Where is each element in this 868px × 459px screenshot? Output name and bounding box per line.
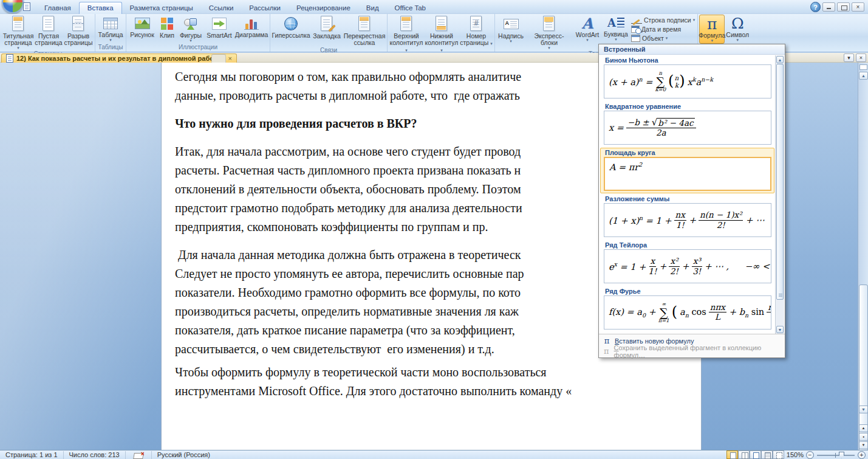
document-tab[interactable]: 12) Как показать расчеты и их результат … bbox=[1, 53, 237, 63]
cover-page-button[interactable]: Титульная страница▾ bbox=[2, 15, 34, 50]
chart-button[interactable]: Диаграмма bbox=[234, 15, 268, 39]
quick-parts-button[interactable]: Экспресс-блоки▾ bbox=[525, 15, 573, 50]
zoom-level[interactable]: 150% bbox=[787, 451, 804, 458]
language-indicator[interactable]: Русский (Россия) bbox=[152, 451, 216, 459]
footer-button[interactable]: Нижний колонтитул ▾ bbox=[424, 15, 459, 54]
gallery-item-sum-expansion[interactable]: Разложение суммы (1 + x)n = 1 + nx1! + n… bbox=[600, 194, 774, 240]
equation-button[interactable]: π Формула▾ bbox=[699, 15, 725, 44]
ribbon-group-pages: Титульная страница▾ Пустая страница Разр… bbox=[1, 14, 95, 52]
button-label: Экспресс-блоки bbox=[535, 32, 564, 46]
table-icon bbox=[103, 18, 118, 29]
status-bar: Страница: 1 из 1 Число слов: 213 × Русск… bbox=[0, 450, 868, 459]
button-label: Дата и время bbox=[641, 26, 681, 33]
select-browse-object-button[interactable]: ● bbox=[859, 433, 868, 441]
drop-cap-button[interactable]: A Буквица▾ bbox=[602, 15, 630, 42]
gallery-item-label: Бином Ньютона bbox=[601, 56, 774, 64]
gallery-scrollbar-thumb[interactable] bbox=[776, 64, 784, 300]
gallery-item-taylor-series[interactable]: Ряд Тейлора ex = 1 + x1! + x²2! + x³3! +… bbox=[600, 240, 774, 286]
page-break-button[interactable]: Разрыв страницы bbox=[63, 15, 94, 47]
tab-insert[interactable]: Вставка bbox=[79, 2, 122, 14]
previous-page-button[interactable]: ▲ bbox=[859, 424, 868, 432]
gallery-item-circle-area[interactable]: Площадь круга A = πr2 bbox=[600, 148, 774, 193]
picture-button[interactable]: Рисунок bbox=[128, 15, 157, 39]
tab-bar-close-button[interactable]: × bbox=[856, 53, 866, 62]
button-label: Пустая страница bbox=[35, 32, 62, 46]
next-page-button[interactable]: ▼ bbox=[859, 441, 868, 449]
draft-view-button[interactable] bbox=[773, 450, 784, 459]
zoom-slider-thumb[interactable] bbox=[839, 452, 844, 458]
hyperlink-icon bbox=[284, 17, 298, 30]
minimize-button[interactable] bbox=[822, 2, 835, 12]
vertical-scrollbar[interactable]: ▲ ▼ ▲ ● ▼ bbox=[858, 63, 868, 450]
shapes-button[interactable]: Фигуры▾ bbox=[177, 15, 204, 43]
zoom-slider: − + bbox=[806, 451, 866, 459]
page-number-icon: # bbox=[468, 15, 484, 33]
web-layout-view-button[interactable] bbox=[750, 450, 761, 459]
gallery-item-newton-binomial[interactable]: Бином Ньютона (x + a)n = n∑k=0 (nk) xkan… bbox=[600, 55, 774, 101]
office-button[interactable] bbox=[2, 0, 24, 13]
letter-a-glyph: A bbox=[607, 18, 616, 29]
ruler-toggle-button[interactable] bbox=[859, 64, 867, 70]
restore-button[interactable] bbox=[837, 2, 850, 12]
header-button[interactable]: Верхний колонтитул ▾ bbox=[389, 15, 424, 54]
object-button[interactable]: Объект ▾ bbox=[630, 34, 696, 43]
document-icon[interactable] bbox=[23, 2, 30, 11]
close-button[interactable]: × bbox=[852, 2, 864, 12]
cross-reference-icon bbox=[357, 15, 372, 33]
tab-close-icon[interactable]: × bbox=[228, 55, 231, 62]
tab-office-tab[interactable]: Office Tab bbox=[387, 2, 434, 14]
gallery-scrollbar[interactable]: ▲ ▼ bbox=[775, 55, 784, 334]
button-label: Закладка bbox=[313, 32, 341, 40]
scroll-up-button[interactable]: ▲ bbox=[859, 72, 868, 80]
scroll-down-button[interactable]: ▼ bbox=[859, 406, 868, 413]
gallery-item-fourier-series[interactable]: Ряд Фурье f(x) = a0 + ∞∑n=1 ( an cos nπx… bbox=[600, 286, 774, 332]
wordart-icon: A bbox=[582, 15, 593, 32]
tab-list-dropdown-button[interactable]: ▾ bbox=[844, 53, 854, 62]
print-layout-view-button[interactable] bbox=[726, 450, 738, 459]
signature-line-button[interactable]: Строка подписи ▾ bbox=[630, 16, 696, 24]
cross-reference-button[interactable]: Перекрестная ссылка bbox=[343, 15, 386, 47]
tab-page-layout[interactable]: Разметка страницы bbox=[122, 2, 201, 14]
tab-review[interactable]: Рецензирование bbox=[289, 2, 358, 14]
document-line[interactable]: Чтобы оформить формулу в теоретической ч… bbox=[175, 363, 689, 382]
tab-mailings[interactable]: Рассылки bbox=[241, 2, 289, 14]
page-indicator[interactable]: Страница: 1 из 1 bbox=[0, 451, 64, 459]
tab-view[interactable]: Вид bbox=[358, 2, 387, 14]
gallery-item-quadratic[interactable]: Квадратное уравнение x = −b ± √b² − 4ac … bbox=[600, 102, 774, 147]
symbol-button[interactable]: Ω Символ▾ bbox=[725, 15, 750, 43]
bookmark-button[interactable]: Закладка bbox=[310, 15, 343, 40]
date-time-button[interactable]: Дата и время bbox=[630, 25, 696, 33]
tab-references[interactable]: Ссылки bbox=[201, 2, 242, 14]
table-button[interactable]: Таблица▾ bbox=[97, 15, 125, 43]
hyperlink-button[interactable]: Гиперссылка bbox=[272, 15, 310, 40]
zoom-out-button[interactable]: − bbox=[806, 451, 814, 459]
word-count[interactable]: Число слов: 213 bbox=[64, 451, 126, 459]
full-screen-reading-view-button[interactable] bbox=[738, 450, 750, 459]
button-label: Объект bbox=[642, 35, 664, 42]
quick-parts-icon bbox=[541, 15, 557, 33]
document-line[interactable]: инструментами Microsoft Office. Для этог… bbox=[175, 382, 689, 401]
text-box-icon: A bbox=[504, 19, 519, 29]
zoom-in-button[interactable]: + bbox=[858, 451, 866, 459]
dropdown-arrow-icon: ▾ bbox=[526, 46, 572, 50]
clipart-button[interactable]: Клип bbox=[157, 15, 177, 40]
wordart-button[interactable]: A WordArt▾ bbox=[573, 15, 602, 43]
gallery-scroll-down-button[interactable]: ▼ bbox=[776, 326, 784, 333]
text-box-button[interactable]: A Надпись▾ bbox=[496, 15, 525, 44]
new-tab-stub[interactable] bbox=[211, 54, 226, 63]
gallery-menu: π Вставить новую формулу π Сохранить выд… bbox=[599, 334, 785, 357]
blank-page-button[interactable]: Пустая страница bbox=[34, 15, 63, 47]
gallery-item-preview: A = πr2 bbox=[604, 157, 771, 191]
smartart-button[interactable]: SmartArt bbox=[204, 15, 234, 40]
zoom-slider-track[interactable] bbox=[817, 451, 855, 459]
outline-view-button[interactable] bbox=[761, 450, 773, 459]
help-icon[interactable]: ? bbox=[810, 2, 821, 12]
proofing-status[interactable]: × bbox=[126, 451, 152, 459]
gallery-scroll-up-button[interactable]: ▲ bbox=[776, 56, 784, 63]
page-number-button[interactable]: # Номер страницы ▾ bbox=[459, 15, 493, 47]
spellcheck-icon: × bbox=[134, 452, 143, 458]
tab-home[interactable]: Главная bbox=[36, 2, 79, 14]
dropdown-arrow-icon: ▾ bbox=[440, 48, 443, 52]
gallery-item-preview: f(x) = a0 + ∞∑n=1 ( an cos nπxL + bn sin… bbox=[604, 295, 771, 330]
gallery-item-label: Разложение суммы bbox=[601, 195, 774, 203]
